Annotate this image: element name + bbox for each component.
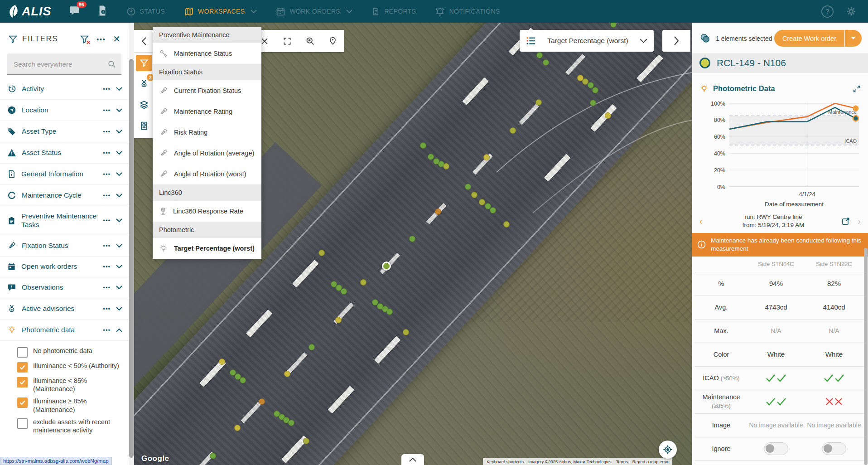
map-marker[interactable] [284, 371, 290, 377]
clear-filters-icon[interactable]: ✕ [80, 34, 89, 44]
dropdown-item-risk-rating[interactable]: Risk Rating [153, 122, 261, 143]
locate-button[interactable] [659, 441, 677, 459]
alis-logo[interactable]: ALIS [8, 5, 52, 19]
chevron-down-icon[interactable] [116, 307, 122, 311]
map-marker[interactable] [309, 344, 315, 350]
filter-option-no-photometric-data[interactable]: No photometric data [17, 347, 124, 358]
close-icon[interactable] [260, 36, 269, 46]
sidebar-scrollbar[interactable] [129, 23, 134, 465]
chevron-down-icon[interactable] [116, 172, 122, 176]
dropdown-item-current-fixation-status[interactable]: Current Fixation Status [153, 80, 261, 101]
chevron-up-icon[interactable] [116, 328, 122, 332]
sidebar-item-activity[interactable]: Activity••• [0, 78, 129, 100]
map-marker[interactable] [240, 377, 246, 383]
fullscreen-icon[interactable] [283, 36, 292, 46]
more-options-icon[interactable]: ••• [103, 86, 111, 92]
sidebar-item-general-information[interactable]: General Information••• [0, 164, 129, 185]
filter-option-illuminance-85-maintenance[interactable]: Illuminance ≥ 85% (Maintenance) [17, 397, 124, 413]
more-options-icon[interactable]: ••• [103, 305, 111, 312]
sidebar-item-location[interactable]: Location••• [0, 100, 129, 121]
chevron-down-icon[interactable] [116, 151, 122, 155]
chevron-down-icon[interactable] [844, 30, 862, 47]
chevron-down-icon[interactable] [116, 194, 122, 198]
filter-option-exclude-assets-with-recent-maintenance-activity[interactable]: exclude assets with recent maintenance a… [17, 418, 124, 434]
dropdown-item-maintenance-rating[interactable]: Maintenance Rating [153, 101, 261, 122]
map-marker[interactable] [483, 154, 490, 160]
photometric-chart[interactable]: 0%20%40%60%80%100%MaintenanceICAO4/1/24D… [692, 96, 868, 212]
map-marker[interactable] [259, 398, 265, 405]
previous-run-button[interactable]: ‹ [697, 216, 705, 227]
more-options-icon[interactable]: ••• [103, 263, 111, 270]
sidebar-scrollbar-thumb[interactable] [129, 59, 134, 458]
collapse-sidebar-icon[interactable] [134, 37, 154, 45]
more-options-icon[interactable]: ••• [103, 192, 111, 199]
dropdown-item-angle-of-rotation-worst[interactable]: Angle of Rotation (worst) [153, 164, 261, 184]
report-map-error-link[interactable]: Report a map error [632, 459, 669, 464]
expand-chart-icon[interactable] [853, 85, 861, 93]
map-marker[interactable] [219, 358, 225, 365]
map-marker[interactable] [543, 59, 549, 66]
nav-status[interactable]: STATUS [126, 7, 165, 16]
dropdown-item-maintenance-status[interactable]: Maintenance Status [153, 43, 261, 64]
chevron-down-icon[interactable] [116, 265, 122, 269]
sidebar-item-fixation-status[interactable]: Fixation Status••• [0, 235, 129, 257]
nav-notifications[interactable]: NOTIFICATIONS [435, 7, 500, 16]
selected-asset-band[interactable]: RCL-149 - N106 [692, 53, 868, 73]
chevron-down-icon[interactable] [116, 108, 122, 112]
filters-tool-button[interactable] [136, 55, 152, 71]
layers-tool-button[interactable] [136, 97, 152, 113]
zoom-search-icon[interactable] [305, 36, 315, 46]
more-options-icon[interactable]: ••• [103, 128, 111, 135]
map-marker[interactable] [465, 184, 471, 190]
nav-work-orders[interactable]: WORK ORDERS [276, 7, 352, 16]
sidebar-item-observations[interactable]: Observations••• [0, 277, 129, 298]
search-input[interactable] [13, 60, 107, 68]
more-options-icon[interactable]: ••• [103, 107, 111, 114]
map-marker[interactable] [443, 163, 449, 170]
map-marker[interactable] [420, 142, 426, 149]
dropdown-item-target-percentage-worst[interactable]: Target Percentage (worst) [153, 238, 261, 259]
ignore-toggle[interactable] [764, 442, 788, 455]
expand-bottom-panel-button[interactable] [401, 454, 424, 465]
map-marker[interactable] [318, 250, 325, 256]
sidebar-item-preventive-maintenance-tasks[interactable]: Preventive Maintenance Tasks••• [0, 206, 129, 235]
pin-add-icon[interactable] [328, 36, 337, 46]
map-marker[interactable] [360, 279, 366, 286]
checkbox[interactable] [17, 397, 28, 408]
map-marker[interactable] [409, 236, 415, 242]
chevron-down-icon[interactable] [116, 218, 122, 223]
map-marker[interactable] [403, 329, 409, 335]
more-options-icon[interactable]: ••• [96, 35, 106, 43]
chevron-down-icon[interactable] [116, 286, 122, 290]
map-marker-selected[interactable] [382, 262, 391, 271]
create-work-order-button[interactable]: Create Work order [774, 30, 862, 47]
advisories-tool-button[interactable]: 2 [136, 76, 152, 92]
map-marker[interactable] [471, 192, 477, 198]
recent-reports-button[interactable] [97, 5, 107, 18]
terms-link[interactable]: Terms [616, 459, 628, 464]
more-options-icon[interactable]: ••• [103, 327, 111, 334]
map-marker[interactable] [386, 309, 393, 315]
open-external-icon[interactable] [841, 217, 850, 226]
sidebar-item-photometric-data[interactable]: Photometric data••• [0, 320, 129, 341]
sidebar-item-active-advisories[interactable]: Active advisories••• [0, 298, 129, 320]
filter-option-illuminance-50-authority[interactable]: Illuminance < 50% (Authority) [17, 362, 124, 373]
filter-option-illuminance-85-maintenance[interactable]: Illuminance < 85% (Maintenance) [17, 377, 124, 393]
next-panel-button[interactable] [662, 30, 690, 52]
map-marker[interactable] [590, 100, 596, 106]
map-marker[interactable] [234, 425, 241, 431]
checkbox[interactable] [17, 362, 28, 373]
more-options-icon[interactable]: ••• [103, 150, 111, 156]
map-marker[interactable] [479, 199, 485, 205]
map-marker[interactable] [341, 288, 347, 295]
more-options-icon[interactable]: ••• [103, 242, 111, 249]
map-marker[interactable] [303, 438, 309, 444]
map-marker[interactable] [510, 127, 516, 134]
map-marker[interactable] [536, 52, 543, 58]
more-options-icon[interactable]: ••• [103, 217, 111, 224]
help-button[interactable]: ? [821, 5, 834, 18]
nav-reports[interactable]: REPORTS [371, 7, 416, 16]
dropdown-item-angle-of-rotation-average[interactable]: Angle of Rotation (average) [153, 143, 261, 164]
gear-icon[interactable] [846, 6, 856, 16]
map-marker[interactable] [592, 87, 598, 93]
